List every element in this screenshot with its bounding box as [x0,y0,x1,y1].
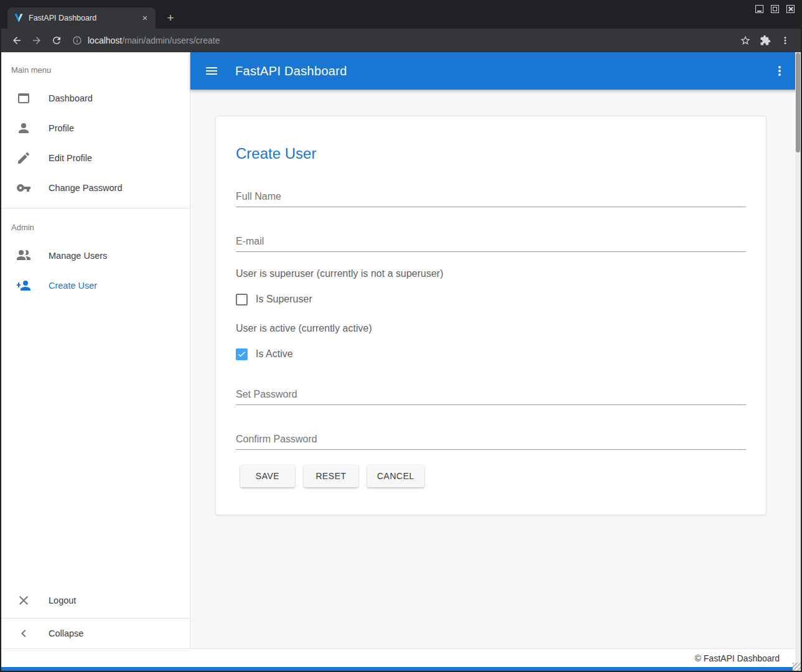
superuser-hint: User is superuser (currently is not a su… [236,268,746,279]
browser-tab[interactable]: FastAPI Dashboard × [7,7,156,29]
browser-menu-kebab-icon[interactable] [776,32,795,49]
tab-title: FastAPI Dashboard [29,14,134,22]
sidebar-item-change-password[interactable]: Change Password [1,173,190,203]
browser-window: FastAPI Dashboard × + localhost/main/adm… [0,0,802,672]
set-password-label: Set Password [236,389,746,401]
save-button[interactable]: SAVE [240,465,295,487]
people-icon [16,248,31,263]
sidebar-item-collapse[interactable]: Collapse [1,618,190,648]
window-close-button[interactable] [786,5,795,13]
bookmark-star-icon[interactable] [736,32,755,49]
site-info-icon[interactable] [72,35,82,45]
sidebar-item-logout[interactable]: Logout [1,586,190,615]
hamburger-menu-icon[interactable] [204,63,219,78]
sidebar-section-header: Admin [1,213,190,241]
email-label: E-mail [236,236,746,248]
sidebar-item-label: Create User [49,281,97,291]
full-name-label: Full Name [236,191,746,203]
scrollbar-thumb[interactable] [796,53,800,152]
sidebar-item-label: Collapse [49,628,83,638]
cancel-button[interactable]: CANCEL [367,465,424,487]
sidebar-item-label: Manage Users [49,251,107,261]
appbar-kebab-icon[interactable] [772,63,787,78]
sidebar-item-edit-profile[interactable]: Edit Profile [1,143,190,173]
is-superuser-checkbox[interactable] [236,294,248,306]
footer: © FastAPI Dashboard [1,648,801,667]
browser-toolbar: localhost/main/admin/users/create [1,29,801,52]
is-active-row: Is Active [236,347,746,362]
page-title: Create User [236,145,746,162]
input-underline [236,404,746,405]
is-active-label[interactable]: Is Active [256,348,293,360]
create-user-card: Create User Full Name E-mail User is sup… [215,116,767,515]
new-tab-button[interactable]: + [163,12,178,24]
is-active-checkbox[interactable] [236,348,248,360]
main-area: FastAPI Dashboard Create User Full Name … [190,52,801,648]
sidebar-section-header: Main menu [1,56,190,83]
browser-tab-strip: FastAPI Dashboard × + [1,1,801,29]
input-underline [236,449,746,450]
scrollbar-track[interactable] [795,52,801,671]
sidebar: Main menu Dashboard Profile Edit Profile [1,52,190,648]
sidebar-item-label: Logout [49,595,76,605]
set-password-input[interactable]: Set Password [236,389,746,405]
app-body: Main menu Dashboard Profile Edit Profile [1,52,801,648]
window-maximize-button[interactable] [771,5,779,13]
footer-accent-bar [1,667,801,672]
sidebar-item-label: Dashboard [49,93,93,103]
extensions-icon[interactable] [756,32,775,49]
sidebar-item-label: Profile [49,123,74,133]
active-hint: User is active (currently active) [236,323,746,334]
is-superuser-label[interactable]: Is Superuser [256,294,312,305]
email-input[interactable]: E-mail [236,236,746,252]
page-content: Create User Full Name E-mail User is sup… [190,90,801,648]
reset-button[interactable]: RESET [304,465,358,487]
address-bar[interactable]: localhost/main/admin/users/create [67,35,735,45]
resize-grip[interactable] [793,663,801,671]
key-icon [16,180,31,195]
sidebar-item-label: Edit Profile [49,153,92,163]
vuetify-favicon-icon [14,13,24,23]
app-bar: FastAPI Dashboard [190,52,801,90]
dashboard-icon [16,91,31,106]
person-icon [16,121,31,136]
url-text: localhost/main/admin/users/create [88,35,220,45]
person-add-icon [16,278,31,293]
sidebar-item-manage-users[interactable]: Manage Users [1,241,190,271]
form-actions: SAVE RESET CANCEL [236,465,746,487]
sidebar-item-profile[interactable]: Profile [1,113,190,143]
forward-icon[interactable] [27,32,46,49]
sidebar-spacer [1,301,190,586]
confirm-password-label: Confirm Password [236,434,746,446]
sidebar-item-label: Change Password [49,183,123,193]
input-underline [236,207,746,207]
back-icon[interactable] [7,32,26,49]
window-controls [755,5,795,13]
footer-copyright: © FastAPI Dashboard [695,653,780,663]
sidebar-item-create-user[interactable]: Create User [1,271,190,301]
tab-close-icon[interactable]: × [139,12,151,24]
confirm-password-input[interactable]: Confirm Password [236,434,746,450]
sidebar-divider [1,208,190,208]
pencil-icon [16,151,31,166]
input-underline [236,251,746,252]
url-path: /main/admin/users/create [122,35,220,45]
window-minimize-button[interactable] [755,5,763,13]
full-name-input[interactable]: Full Name [236,191,746,207]
url-host: localhost [88,35,122,45]
is-superuser-row: Is Superuser [236,292,746,307]
reload-icon[interactable] [47,32,66,49]
close-icon [16,593,31,608]
sidebar-item-dashboard[interactable]: Dashboard [1,83,190,113]
chevron-left-icon [16,626,31,641]
app-title: FastAPI Dashboard [235,64,347,78]
